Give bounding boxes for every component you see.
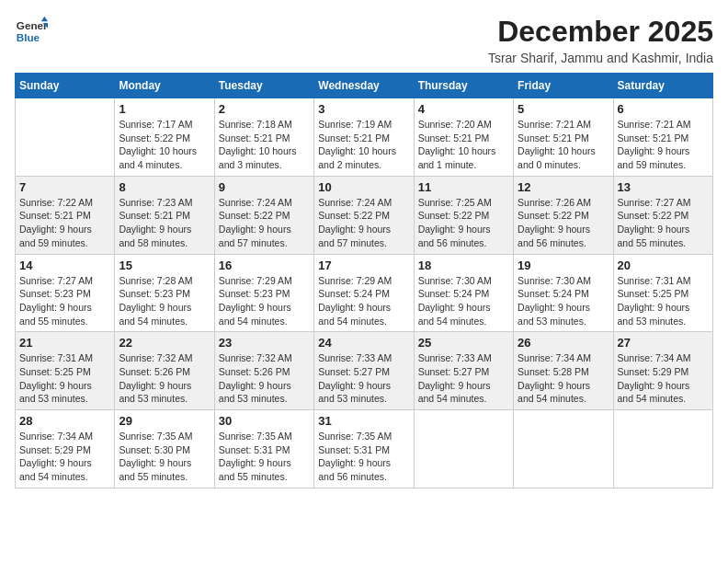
day-info: Sunrise: 7:32 AMSunset: 5:26 PMDaylight:…: [119, 351, 210, 406]
day-info: Sunrise: 7:32 AMSunset: 5:26 PMDaylight:…: [219, 351, 310, 406]
calendar-cell: 20Sunrise: 7:31 AMSunset: 5:25 PMDayligh…: [613, 254, 712, 332]
day-number: 31: [318, 414, 409, 428]
day-info: Sunrise: 7:18 AMSunset: 5:21 PMDaylight:…: [219, 118, 310, 172]
day-number: 18: [418, 259, 509, 272]
day-number: 6: [618, 102, 709, 116]
calendar-week-row: 21Sunrise: 7:31 AMSunset: 5:25 PMDayligh…: [16, 332, 713, 410]
weekday-header-monday: Monday: [115, 74, 214, 98]
day-number: 14: [19, 259, 110, 272]
day-number: 21: [19, 336, 110, 350]
header: General Blue December 2025 Tsrar Sharif,…: [15, 15, 713, 65]
day-number: 1: [119, 102, 210, 116]
day-info: Sunrise: 7:22 AMSunset: 5:21 PMDaylight:…: [19, 196, 110, 250]
day-info: Sunrise: 7:35 AMSunset: 5:31 PMDaylight:…: [318, 430, 409, 484]
calendar-cell: 4Sunrise: 7:20 AMSunset: 5:21 PMDaylight…: [414, 98, 513, 177]
day-number: 5: [518, 102, 609, 116]
day-info: Sunrise: 7:25 AMSunset: 5:22 PMDaylight:…: [418, 196, 509, 250]
calendar-cell: 28Sunrise: 7:34 AMSunset: 5:29 PMDayligh…: [16, 410, 115, 488]
calendar-cell: [514, 410, 613, 488]
calendar-cell: 9Sunrise: 7:24 AMSunset: 5:22 PMDaylight…: [214, 176, 313, 254]
day-number: 7: [19, 180, 110, 194]
calendar-cell: 8Sunrise: 7:23 AMSunset: 5:21 PMDaylight…: [115, 176, 214, 254]
calendar-cell: [16, 98, 115, 177]
logo-icon: General Blue: [15, 15, 48, 48]
day-info: Sunrise: 7:19 AMSunset: 5:21 PMDaylight:…: [318, 118, 409, 172]
day-info: Sunrise: 7:35 AMSunset: 5:31 PMDaylight:…: [219, 430, 310, 484]
day-info: Sunrise: 7:29 AMSunset: 5:23 PMDaylight:…: [219, 274, 310, 328]
calendar-cell: 6Sunrise: 7:21 AMSunset: 5:21 PMDaylight…: [613, 98, 712, 177]
day-info: Sunrise: 7:24 AMSunset: 5:22 PMDaylight:…: [318, 196, 409, 250]
calendar-cell: 13Sunrise: 7:27 AMSunset: 5:22 PMDayligh…: [613, 176, 712, 254]
calendar-cell: [613, 410, 712, 488]
title-area: December 2025 Tsrar Sharif, Jammu and Ka…: [488, 15, 713, 65]
calendar-cell: [414, 410, 513, 488]
day-number: 29: [119, 414, 210, 428]
calendar-week-row: 1Sunrise: 7:17 AMSunset: 5:22 PMDaylight…: [16, 98, 713, 177]
location-title: Tsrar Sharif, Jammu and Kashmir, India: [488, 51, 713, 65]
day-number: 3: [318, 102, 409, 116]
day-info: Sunrise: 7:30 AMSunset: 5:24 PMDaylight:…: [418, 274, 509, 328]
calendar-cell: 23Sunrise: 7:32 AMSunset: 5:26 PMDayligh…: [214, 332, 313, 410]
day-number: 13: [618, 180, 709, 194]
calendar-cell: 16Sunrise: 7:29 AMSunset: 5:23 PMDayligh…: [214, 254, 313, 332]
day-info: Sunrise: 7:35 AMSunset: 5:30 PMDaylight:…: [119, 430, 210, 484]
day-info: Sunrise: 7:31 AMSunset: 5:25 PMDaylight:…: [19, 351, 110, 406]
day-info: Sunrise: 7:34 AMSunset: 5:29 PMDaylight:…: [19, 430, 110, 484]
day-info: Sunrise: 7:24 AMSunset: 5:22 PMDaylight:…: [219, 196, 310, 250]
day-number: 9: [219, 180, 310, 194]
day-number: 10: [318, 180, 409, 194]
calendar-cell: 11Sunrise: 7:25 AMSunset: 5:22 PMDayligh…: [414, 176, 513, 254]
day-number: 8: [119, 180, 210, 194]
calendar-cell: 17Sunrise: 7:29 AMSunset: 5:24 PMDayligh…: [314, 254, 414, 332]
day-info: Sunrise: 7:31 AMSunset: 5:25 PMDaylight:…: [618, 274, 709, 328]
calendar-week-row: 14Sunrise: 7:27 AMSunset: 5:23 PMDayligh…: [16, 254, 713, 332]
day-number: 28: [19, 414, 110, 428]
calendar-cell: 3Sunrise: 7:19 AMSunset: 5:21 PMDaylight…: [314, 98, 414, 177]
day-number: 12: [518, 180, 609, 194]
day-number: 26: [518, 336, 609, 350]
day-info: Sunrise: 7:34 AMSunset: 5:28 PMDaylight:…: [518, 351, 609, 406]
day-info: Sunrise: 7:30 AMSunset: 5:24 PMDaylight:…: [518, 274, 609, 328]
day-number: 4: [418, 102, 509, 116]
day-info: Sunrise: 7:28 AMSunset: 5:23 PMDaylight:…: [119, 274, 210, 328]
day-info: Sunrise: 7:27 AMSunset: 5:23 PMDaylight:…: [19, 274, 110, 328]
month-title: December 2025: [488, 15, 713, 49]
day-number: 2: [219, 102, 310, 116]
day-info: Sunrise: 7:23 AMSunset: 5:21 PMDaylight:…: [119, 196, 210, 250]
day-info: Sunrise: 7:34 AMSunset: 5:29 PMDaylight:…: [618, 351, 709, 406]
calendar: SundayMondayTuesdayWednesdayThursdayFrid…: [15, 73, 713, 488]
day-info: Sunrise: 7:29 AMSunset: 5:24 PMDaylight:…: [318, 274, 409, 328]
calendar-week-row: 28Sunrise: 7:34 AMSunset: 5:29 PMDayligh…: [16, 410, 713, 488]
day-number: 30: [219, 414, 310, 428]
calendar-cell: 1Sunrise: 7:17 AMSunset: 5:22 PMDaylight…: [115, 98, 214, 177]
day-info: Sunrise: 7:20 AMSunset: 5:21 PMDaylight:…: [418, 118, 509, 172]
calendar-cell: 25Sunrise: 7:33 AMSunset: 5:27 PMDayligh…: [414, 332, 513, 410]
calendar-cell: 22Sunrise: 7:32 AMSunset: 5:26 PMDayligh…: [115, 332, 214, 410]
calendar-cell: 26Sunrise: 7:34 AMSunset: 5:28 PMDayligh…: [514, 332, 613, 410]
day-number: 15: [119, 259, 210, 272]
calendar-cell: 31Sunrise: 7:35 AMSunset: 5:31 PMDayligh…: [314, 410, 414, 488]
day-number: 17: [318, 259, 409, 272]
day-number: 27: [618, 336, 709, 350]
day-info: Sunrise: 7:21 AMSunset: 5:21 PMDaylight:…: [618, 118, 709, 172]
logo: General Blue: [15, 15, 48, 48]
weekday-header-wednesday: Wednesday: [314, 74, 414, 98]
weekday-header-sunday: Sunday: [16, 74, 115, 98]
calendar-cell: 7Sunrise: 7:22 AMSunset: 5:21 PMDaylight…: [16, 176, 115, 254]
day-info: Sunrise: 7:33 AMSunset: 5:27 PMDaylight:…: [318, 351, 409, 406]
calendar-cell: 2Sunrise: 7:18 AMSunset: 5:21 PMDaylight…: [214, 98, 313, 177]
day-number: 20: [618, 259, 709, 272]
day-number: 23: [219, 336, 310, 350]
calendar-cell: 29Sunrise: 7:35 AMSunset: 5:30 PMDayligh…: [115, 410, 214, 488]
day-info: Sunrise: 7:21 AMSunset: 5:21 PMDaylight:…: [518, 118, 609, 172]
day-number: 16: [219, 259, 310, 272]
calendar-cell: 19Sunrise: 7:30 AMSunset: 5:24 PMDayligh…: [514, 254, 613, 332]
day-info: Sunrise: 7:26 AMSunset: 5:22 PMDaylight:…: [518, 196, 609, 250]
calendar-cell: 18Sunrise: 7:30 AMSunset: 5:24 PMDayligh…: [414, 254, 513, 332]
calendar-cell: 15Sunrise: 7:28 AMSunset: 5:23 PMDayligh…: [115, 254, 214, 332]
weekday-header-tuesday: Tuesday: [214, 74, 313, 98]
day-number: 19: [518, 259, 609, 272]
day-number: 11: [418, 180, 509, 194]
calendar-week-row: 7Sunrise: 7:22 AMSunset: 5:21 PMDaylight…: [16, 176, 713, 254]
weekday-header-friday: Friday: [514, 74, 613, 98]
